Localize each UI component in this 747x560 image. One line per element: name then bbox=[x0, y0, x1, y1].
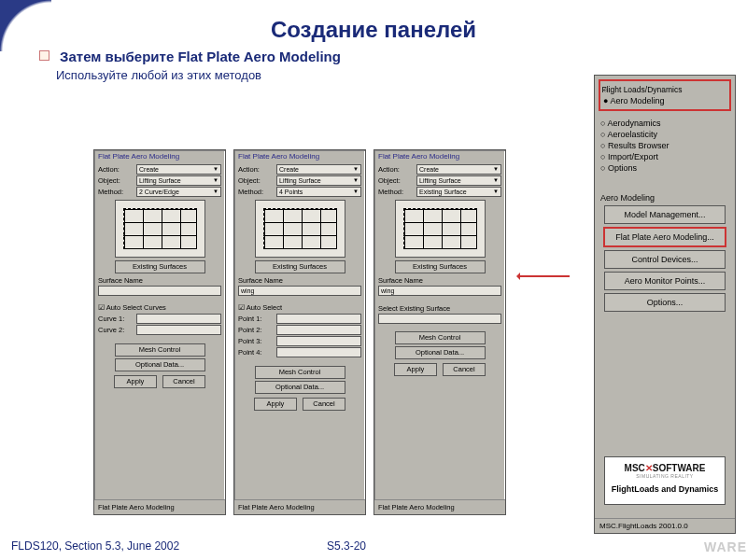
footer-page: S5.3-20 bbox=[327, 539, 366, 553]
action-dropdown[interactable]: Create bbox=[416, 164, 501, 175]
panel-title: Flat Plate Aero Modeling bbox=[94, 150, 225, 161]
panel-existing-surface: Flat Plate Aero Modeling Action:Create O… bbox=[374, 149, 506, 515]
aero-monitor-button[interactable]: Aero Monitor Points... bbox=[604, 272, 726, 290]
action-label: Action: bbox=[98, 165, 134, 174]
preview-diagram bbox=[255, 200, 345, 258]
module-selector-highlight: Flight Loads/Dynamics Aero Modeling bbox=[599, 79, 731, 111]
object-dropdown[interactable]: Lifting Surface bbox=[416, 175, 501, 186]
auto-select-checkbox[interactable]: Auto Select bbox=[238, 303, 361, 312]
action-dropdown[interactable]: Create bbox=[276, 164, 361, 175]
bullet-text: Затем выберите Flat Plate Aero Modeling bbox=[60, 49, 341, 64]
point4-input[interactable] bbox=[276, 347, 361, 357]
panel-2curve: Flat Plate Aero Modeling Action:Create O… bbox=[93, 149, 226, 515]
radio-aerodynamics[interactable]: Aerodynamics bbox=[600, 119, 729, 128]
method-dropdown[interactable]: 4 Points bbox=[276, 187, 361, 197]
msc-logo: MSC✕SOFTWARE SIMULATING REALITY FlightLo… bbox=[604, 456, 726, 505]
method-dropdown[interactable]: 2 Curve/Edge bbox=[136, 187, 221, 197]
action-dropdown[interactable]: Create bbox=[136, 164, 221, 175]
cancel-button[interactable]: Cancel bbox=[162, 375, 205, 388]
optional-data-button[interactable]: Optional Data... bbox=[255, 381, 345, 394]
select-existing-label: Select Existing Surface bbox=[378, 304, 501, 313]
mesh-control-button[interactable]: Mesh Control bbox=[255, 366, 345, 379]
flightloads-sidebar: Flight Loads/Dynamics Aero Modeling Aero… bbox=[594, 75, 736, 534]
cancel-button[interactable]: Cancel bbox=[303, 398, 345, 411]
surface-name-label: Surface Name bbox=[98, 276, 221, 285]
object-label: Object: bbox=[98, 176, 134, 185]
bullet-row: Затем выберите Flat Plate Aero Modeling bbox=[39, 49, 747, 64]
method-label: Method: bbox=[98, 188, 134, 196]
radio-import-export[interactable]: Import/Export bbox=[600, 152, 729, 161]
panel-title: Flat Plate Aero Modeling bbox=[374, 150, 505, 161]
model-management-button[interactable]: Model Management... bbox=[604, 205, 726, 224]
options-button[interactable]: Options... bbox=[604, 293, 726, 312]
auto-select-checkbox[interactable]: Auto Select Curves bbox=[98, 303, 221, 312]
apply-button[interactable]: Apply bbox=[394, 363, 437, 376]
object-dropdown[interactable]: Lifting Surface bbox=[136, 175, 221, 186]
callout-arrow bbox=[518, 275, 570, 277]
radio-options[interactable]: Options bbox=[600, 163, 729, 173]
footer-left: FLDS120, Section 5.3, June 2002 bbox=[11, 539, 179, 553]
control-devices-button[interactable]: Control Devices... bbox=[604, 250, 726, 269]
bullet-icon bbox=[39, 50, 49, 61]
surface-name-input[interactable]: wing bbox=[238, 286, 361, 296]
surface-name-input[interactable]: wing bbox=[378, 286, 501, 296]
preview-diagram bbox=[115, 200, 205, 258]
radio-results-browser[interactable]: Results Browser bbox=[600, 141, 729, 150]
flat-plate-aero-button[interactable]: Flat Plate Aero Modeling... bbox=[603, 227, 726, 247]
panel-title: Flat Plate Aero Modeling bbox=[234, 150, 365, 161]
select-existing-input[interactable] bbox=[378, 314, 501, 324]
curve2-input[interactable] bbox=[136, 325, 221, 335]
point1-input[interactable] bbox=[276, 314, 361, 324]
slide-title: Создание панелей bbox=[0, 17, 747, 43]
section-label: Aero Modeling bbox=[600, 193, 729, 203]
method-dropdown[interactable]: Existing Surface bbox=[416, 187, 501, 197]
apply-button[interactable]: Apply bbox=[254, 398, 297, 411]
mesh-control-button[interactable]: Mesh Control bbox=[395, 331, 486, 344]
sidebar-footer: MSC.FlightLoads 2001.0.0 bbox=[595, 518, 735, 533]
group-title: Flight Loads/Dynamics bbox=[603, 85, 726, 94]
apply-button[interactable]: Apply bbox=[114, 375, 157, 388]
point2-input[interactable] bbox=[276, 325, 361, 335]
panel-footer: Flat Plate Aero Modeling bbox=[374, 499, 505, 514]
mesh-control-button[interactable]: Mesh Control bbox=[115, 343, 205, 357]
panel-footer: Flat Plate Aero Modeling bbox=[234, 499, 365, 514]
panel-footer: Flat Plate Aero Modeling bbox=[94, 499, 225, 514]
surface-name-input[interactable] bbox=[98, 286, 221, 296]
cancel-button[interactable]: Cancel bbox=[443, 363, 486, 376]
existing-surfaces-button[interactable]: Existing Surfaces bbox=[255, 260, 345, 273]
radio-aero-modeling[interactable]: Aero Modeling bbox=[603, 96, 726, 105]
existing-surfaces-button[interactable]: Existing Surfaces bbox=[395, 260, 486, 273]
radio-aeroelasticity[interactable]: Aeroelasticity bbox=[600, 130, 729, 139]
point3-input[interactable] bbox=[276, 336, 361, 346]
brand-watermark: WARE bbox=[704, 539, 747, 554]
optional-data-button[interactable]: Optional Data... bbox=[395, 346, 486, 359]
object-dropdown[interactable]: Lifting Surface bbox=[276, 175, 361, 186]
decorative-corner bbox=[0, 0, 51, 51]
preview-diagram bbox=[395, 200, 486, 258]
curve1-input[interactable] bbox=[136, 314, 221, 324]
optional-data-button[interactable]: Optional Data... bbox=[115, 358, 205, 371]
panel-4points: Flat Plate Aero Modeling Action:Create O… bbox=[233, 149, 366, 515]
existing-surfaces-button[interactable]: Existing Surfaces bbox=[115, 260, 205, 273]
